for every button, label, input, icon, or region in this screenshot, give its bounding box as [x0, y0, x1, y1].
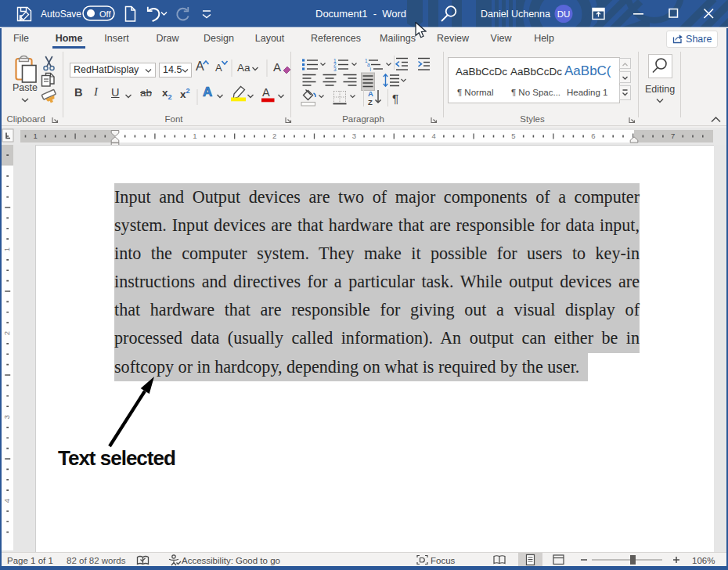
svg-text:3: 3	[352, 132, 356, 140]
svg-text:7: 7	[671, 132, 675, 140]
svg-text:4: 4	[2, 499, 11, 503]
svg-text:A: A	[368, 89, 373, 98]
svg-text:1: 1	[2, 247, 11, 251]
svg-text:3: 3	[2, 415, 11, 419]
svg-text:¶: ¶	[392, 92, 398, 105]
svg-text:2: 2	[272, 132, 276, 140]
svg-text:1: 1	[193, 132, 196, 140]
svg-text:3: 3	[333, 67, 337, 72]
svg-text:2: 2	[2, 331, 11, 335]
svg-text:i: i	[370, 67, 371, 72]
svg-text:1: 1	[34, 132, 38, 140]
svg-text:6: 6	[591, 132, 595, 140]
svg-text:4: 4	[432, 132, 436, 140]
svg-text:Z: Z	[368, 98, 373, 106]
svg-text:5: 5	[511, 132, 515, 140]
